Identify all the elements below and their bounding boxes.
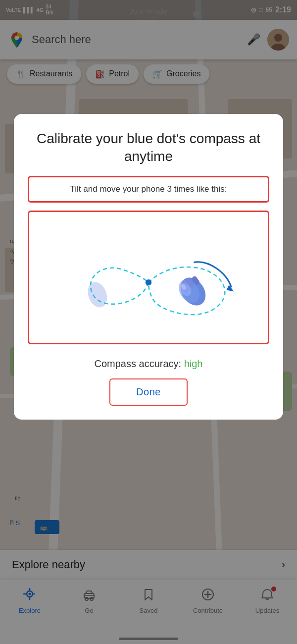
done-button[interactable]: Done bbox=[116, 381, 181, 403]
svg-point-45 bbox=[85, 279, 110, 310]
accuracy-value: high bbox=[184, 358, 203, 369]
svg-point-37 bbox=[146, 279, 151, 285]
instruction-text: Tilt and move your phone 3 times like th… bbox=[37, 183, 260, 195]
modal-title: Calibrate your blue dot's compass at any… bbox=[28, 130, 269, 166]
accuracy-label: Compass accuracy: bbox=[95, 358, 184, 369]
done-button-container[interactable]: Done bbox=[109, 378, 188, 406]
accuracy-text: Compass accuracy: high bbox=[95, 358, 203, 370]
calibration-modal: Calibrate your blue dot's compass at any… bbox=[14, 114, 283, 420]
phone-animation-box bbox=[28, 211, 269, 344]
instruction-box: Tilt and move your phone 3 times like th… bbox=[28, 176, 269, 203]
